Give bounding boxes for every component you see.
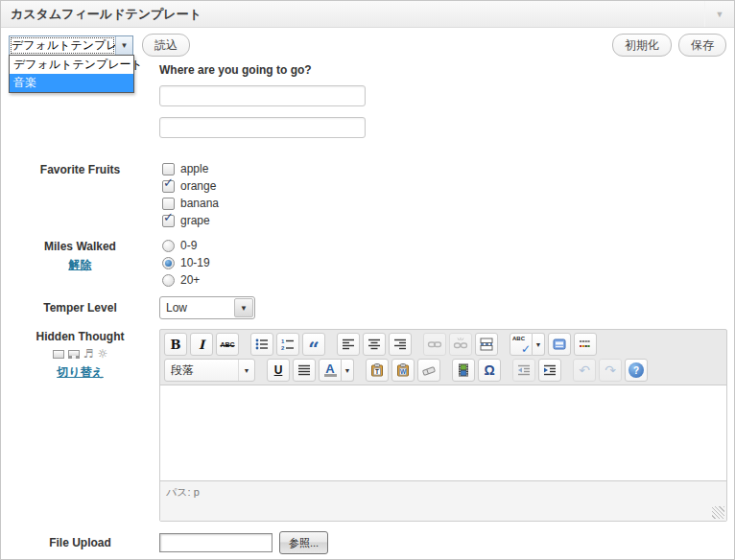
switch-editor-link[interactable]: 切り替え xyxy=(57,364,104,381)
undo-button[interactable]: ↶ xyxy=(573,359,596,382)
file-upload-label: File Upload xyxy=(1,531,159,554)
numbered-list-icon: 12 xyxy=(280,337,296,352)
add-audio-icon[interactable]: ♬ xyxy=(83,348,94,361)
collapse-toggle-button[interactable]: ▼ xyxy=(704,1,734,27)
bold-button[interactable]: B xyxy=(164,333,187,356)
browse-button[interactable]: 参照... xyxy=(279,531,328,554)
miles-label: Miles Walked xyxy=(44,240,116,253)
initialize-button[interactable]: 初期化 xyxy=(612,34,672,57)
rich-text-editor: B I ABC 12 “ xyxy=(159,329,727,522)
thought-label: Hidden Thought xyxy=(36,330,125,343)
bulleted-list-button[interactable] xyxy=(250,333,273,356)
chevron-down-icon: ▼ xyxy=(716,10,724,19)
radio-option-0-9[interactable]: 0-9 xyxy=(162,239,725,252)
spellcheck-dropdown-arrow[interactable]: ▼ xyxy=(533,333,545,356)
radio-label: 20+ xyxy=(180,273,200,287)
template-select-dropdown: デフォルトテンプレート 音楽 xyxy=(9,55,134,93)
checkbox-grape[interactable]: ✓ xyxy=(162,215,175,227)
release-link[interactable]: 解除 xyxy=(69,257,92,273)
checkbox-option-grape[interactable]: ✓ grape xyxy=(162,214,725,227)
outdent-icon xyxy=(516,362,532,378)
unlink-button[interactable] xyxy=(449,333,472,356)
format-select-value: 段落 xyxy=(165,362,238,379)
checkbox-label: orange xyxy=(180,179,216,193)
paste-from-word-button[interactable]: W xyxy=(391,359,415,382)
dropdown-option-default[interactable]: デフォルトテンプレート xyxy=(10,56,133,74)
fullscreen-button[interactable] xyxy=(548,333,571,356)
paste-as-text-button[interactable]: T xyxy=(366,359,389,382)
justify-icon xyxy=(296,362,312,378)
save-button[interactable]: 保存 xyxy=(678,34,726,57)
checkbox-label: grape xyxy=(180,214,210,227)
italic-button[interactable]: I xyxy=(190,333,213,356)
align-right-icon xyxy=(392,337,408,352)
strikethrough-button[interactable]: ABC xyxy=(216,333,239,356)
more-tag-button[interactable] xyxy=(475,333,498,356)
radio-0-9[interactable] xyxy=(162,240,175,252)
file-path-input[interactable] xyxy=(159,533,273,552)
add-image-icon[interactable] xyxy=(53,350,64,359)
align-center-button[interactable] xyxy=(363,333,386,356)
bulleted-list-icon xyxy=(254,337,270,352)
help-button[interactable]: ? xyxy=(625,359,648,382)
blockquote-button[interactable]: “ xyxy=(302,333,325,356)
radio-option-20plus[interactable]: 20+ xyxy=(162,273,725,287)
indent-button[interactable] xyxy=(538,359,561,382)
add-media-icon[interactable]: ☼ xyxy=(98,348,108,361)
radio-10-19[interactable] xyxy=(162,257,175,269)
checkbox-apple[interactable] xyxy=(162,163,175,175)
insert-media-button[interactable] xyxy=(452,359,475,382)
select-arrow-button[interactable]: ▼ xyxy=(115,36,132,55)
resize-grip[interactable] xyxy=(712,506,724,519)
add-video-icon[interactable] xyxy=(68,350,80,359)
checkbox-option-orange[interactable]: ✓ orange xyxy=(162,179,725,193)
checkbox-option-banana[interactable]: banana xyxy=(162,197,725,210)
destination-input-2[interactable] xyxy=(159,117,366,138)
format-select-arrow[interactable]: ▼ xyxy=(238,360,254,381)
svg-text:T: T xyxy=(375,368,379,375)
justify-button[interactable] xyxy=(293,359,316,382)
editor-toolbar-row2: 段落 ▼ U A ▼ xyxy=(160,359,726,385)
text-color-button[interactable]: A xyxy=(319,359,342,382)
radio-20plus[interactable] xyxy=(162,274,175,287)
template-select-value: デフォルトテンプレート xyxy=(10,36,115,55)
align-left-button[interactable] xyxy=(337,333,360,356)
numbered-list-button[interactable]: 12 xyxy=(276,333,299,356)
select-arrow-button[interactable]: ▼ xyxy=(234,298,253,317)
editor-toolbar-row1: B I ABC 12 “ xyxy=(160,330,726,359)
chevron-down-icon: ▼ xyxy=(121,41,129,50)
remove-formatting-button[interactable] xyxy=(417,359,440,382)
outdent-button[interactable] xyxy=(512,359,535,382)
editor-content-area[interactable] xyxy=(160,385,726,481)
checkbox-banana[interactable] xyxy=(162,198,175,210)
text-color-dropdown-arrow[interactable]: ▼ xyxy=(342,359,354,382)
load-button[interactable]: 読込 xyxy=(142,34,190,57)
kitchen-sink-button[interactable] xyxy=(574,333,597,356)
field-row-fruits: Favorite Fruits apple ✓ orange banana ✓ … xyxy=(1,162,734,231)
media-upload-buttons: ♬ ☼ xyxy=(1,348,159,361)
template-select[interactable]: デフォルトテンプレート ▼ xyxy=(9,35,133,56)
temper-select-value: Low xyxy=(160,301,234,315)
checkbox-label: banana xyxy=(180,197,219,210)
editor-path-text: パス: p xyxy=(166,486,200,498)
radio-option-10-19[interactable]: 10-19 xyxy=(162,256,725,269)
spellcheck-check-icon: ✓ xyxy=(521,342,531,356)
fruits-label: Favorite Fruits xyxy=(1,162,159,231)
format-select[interactable]: 段落 ▼ xyxy=(164,359,255,382)
underline-button[interactable]: U xyxy=(267,359,290,382)
dropdown-option-music[interactable]: 音楽 xyxy=(10,74,133,92)
eraser-icon xyxy=(421,362,437,378)
special-character-button[interactable]: Ω xyxy=(478,359,501,382)
checkbox-option-apple[interactable]: apple xyxy=(162,162,725,175)
align-right-button[interactable] xyxy=(389,333,412,356)
link-button[interactable] xyxy=(423,333,446,356)
check-icon: ✓ xyxy=(163,210,174,224)
temper-label: Temper Level xyxy=(1,296,159,319)
panel-header: カスタムフィールドテンプレート ▼ xyxy=(1,1,734,28)
destination-input-1[interactable] xyxy=(159,85,366,106)
text-color-split-button: A ▼ xyxy=(319,359,354,382)
redo-button[interactable]: ↷ xyxy=(599,359,622,382)
checkbox-orange[interactable]: ✓ xyxy=(162,180,175,193)
temper-select[interactable]: Low ▼ xyxy=(159,296,255,319)
spellcheck-button[interactable]: ABC ✓ xyxy=(510,333,533,356)
